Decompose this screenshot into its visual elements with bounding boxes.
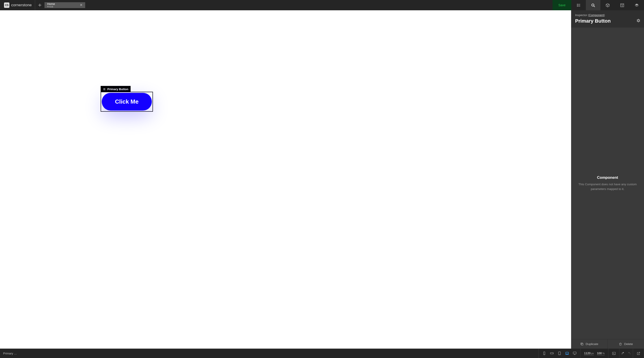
breadcrumb-suffix: ) [604,14,605,17]
canvas[interactable]: Primary Button Click Me [0,10,571,348]
device-phone-button[interactable] [542,351,546,355]
svg-rect-4 [577,4,578,5]
gear-icon [636,19,640,23]
brand-logo-icon: CS [4,3,10,8]
tab-subtitle: PAGE [47,6,55,8]
svg-rect-18 [582,343,583,345]
selection-label[interactable]: Primary Button [100,86,130,92]
device-desktop-button[interactable] [573,351,577,355]
brand-name: cornerstone [11,3,32,8]
component-icon [103,88,106,91]
cube-icon [606,3,610,8]
zoom-value: 100 [597,351,602,355]
viewport-width-input[interactable]: 1120 px [584,351,594,355]
plus-icon [38,3,42,7]
list-icon [576,3,581,8]
redo-icon [627,351,631,355]
tablet-icon [558,351,562,355]
svg-rect-7 [578,5,580,5]
svg-rect-25 [566,352,568,354]
inspector-empty-text: This Component does not have any custom … [577,182,638,191]
dev-console-button[interactable] [608,348,619,358]
svg-rect-5 [578,4,580,4]
inspector-breadcrumb: Inspector (Component) [575,14,640,17]
outline-panel-button[interactable] [571,0,586,10]
inspector-footer: Duplicate Delete [571,339,644,348]
layout-icon [620,3,624,8]
history-group [620,348,633,358]
viewport-width-unit: px [591,352,594,355]
brand[interactable]: CS cornerstone [0,0,35,10]
undo-icon [621,351,625,355]
inspector-body: Component This Component does not have a… [571,28,644,339]
elements-panel-button[interactable] [600,0,615,10]
zoom-input[interactable]: 100 % [597,351,605,355]
viewport-size-group: 1120 px 100 % [580,348,608,358]
trash-icon [619,342,622,346]
templates-panel-button[interactable] [615,0,630,10]
primary-button-element[interactable]: Click Me [102,93,152,111]
selected-element-frame[interactable]: Primary Button Click Me [100,92,153,112]
duplicate-icon [580,342,584,346]
document-tab[interactable]: Home PAGE [44,2,85,8]
breadcrumb-prefix: Inspector ( [575,14,589,17]
open-external-button[interactable] [633,348,644,358]
redo-button[interactable] [627,351,631,355]
svg-rect-6 [577,5,578,5]
external-link-icon [636,351,640,355]
search-icon [591,3,595,8]
undo-button[interactable] [621,351,625,355]
inspector-settings-button[interactable] [636,19,640,24]
svg-rect-27 [612,352,616,354]
bottom-bar: Primary … 1120 px [0,348,644,358]
layers-icon [634,3,639,8]
inspector-sidebar: Inspector (Component) Primary Button Com… [571,10,644,348]
inspector-empty-title: Component [597,175,618,180]
top-bar: CS cornerstone Home PAGE Save [0,0,644,10]
inspector-title: Primary Button [575,18,611,24]
laptop-icon [565,351,569,355]
inspector-header: Inspector (Component) Primary Button [571,10,644,28]
device-tablet-button[interactable] [558,351,562,355]
selection-label-text: Primary Button [107,88,128,91]
device-laptop-button[interactable] [565,351,569,355]
svg-rect-26 [573,352,576,354]
delete-label: Delete [624,342,633,346]
save-button[interactable]: Save [552,0,571,10]
close-icon [80,4,82,6]
tab-title: Home [47,2,55,6]
svg-rect-9 [578,6,580,7]
svg-line-11 [594,6,595,7]
inspector-panel-button[interactable] [586,0,600,10]
phone-landscape-icon [550,351,554,355]
device-phone-landscape-button[interactable] [550,351,554,355]
terminal-icon [612,351,616,355]
tab-close-button[interactable] [80,3,82,7]
zoom-unit: % [602,352,605,355]
breadcrumb-path[interactable]: Primary … [0,348,20,358]
add-button[interactable] [35,3,44,7]
delete-button[interactable]: Delete [608,339,644,348]
component-link[interactable]: Component [589,14,604,17]
duplicate-label: Duplicate [586,342,598,346]
desktop-icon [573,351,577,355]
layers-panel-button[interactable] [630,0,644,10]
svg-rect-8 [577,6,578,7]
viewport-width-value: 1120 [584,351,590,355]
device-preview-group [539,348,580,358]
phone-icon [542,351,546,355]
duplicate-button[interactable]: Duplicate [571,339,608,348]
